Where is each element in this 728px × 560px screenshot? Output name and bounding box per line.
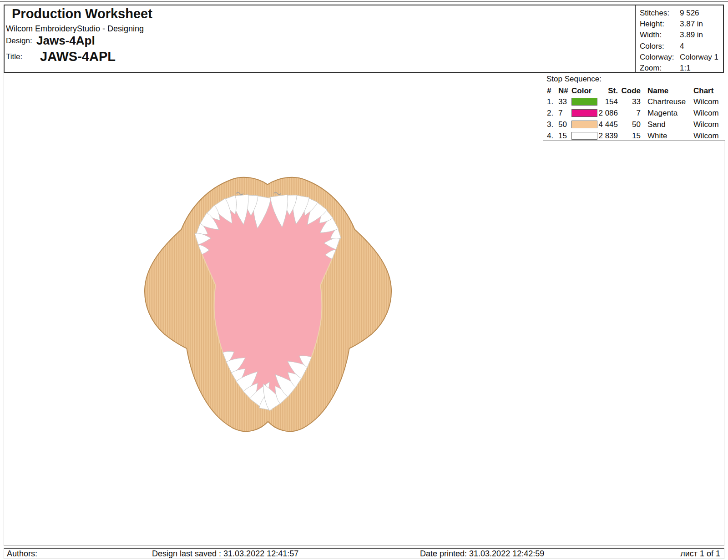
stop-sequence-title: Stop Sequence: (546, 75, 602, 84)
stat-row: Zoom:1:1 (640, 63, 723, 74)
title-label: Title: (6, 52, 22, 61)
stat-row: Width:3.89 in (640, 30, 723, 40)
stat-label: Colorway: (640, 53, 674, 61)
thread-number: 50 (558, 120, 567, 129)
stop-sequence-row: 3.504 44550SandWilcom (543, 119, 725, 131)
design-label: Design: (6, 36, 32, 45)
authors-label: Authors: (7, 549, 37, 559)
chart-name: Wilcom (693, 97, 719, 106)
stat-label: Colors: (640, 42, 664, 50)
row-number: 3. (547, 120, 553, 129)
stat-value: 9 526 (680, 8, 699, 19)
color-code: 7 (620, 109, 641, 118)
stat-value: 3.87 in (680, 19, 703, 30)
stat-value: 1:1 (680, 63, 691, 74)
panel-divider (543, 73, 543, 546)
col-header-chart: Chart (693, 86, 713, 96)
sheet-number: лист 1 of 1 (680, 549, 720, 559)
thread-number: 15 (558, 131, 567, 141)
stop-sequence-row: 4.152 83915WhiteWilcom (543, 131, 725, 142)
stitch-count: 2 086 (583, 109, 618, 118)
color-code: 33 (620, 97, 641, 106)
stat-label: Zoom: (640, 64, 662, 72)
design-last-saved: Design last saved : 31.03.2022 12:41:57 (152, 549, 298, 559)
stitch-count: 4 445 (583, 120, 618, 129)
stitch-count: 2 839 (583, 131, 618, 141)
date-printed: Date printed: 31.03.2022 12:42:59 (420, 549, 544, 559)
color-code: 50 (620, 120, 641, 129)
color-name: Magenta (647, 109, 677, 118)
thread-number: 7 (558, 109, 562, 118)
stat-row: Colorway:Colorway 1 (640, 52, 723, 63)
row-number: 2. (547, 109, 553, 118)
app-subtitle: Wilcom EmbroideryStudio - Designing (6, 24, 144, 34)
chart-name: Wilcom (693, 120, 719, 129)
stop-sequence-row: 1.3315433ChartreuseWilcom (543, 96, 725, 108)
stat-value: 4 (680, 41, 684, 52)
col-header-code: Code (620, 86, 641, 96)
col-header-num: # (547, 86, 551, 96)
header: Production Worksheet Wilcom EmbroiderySt… (4, 5, 724, 73)
chart-name: Wilcom (693, 131, 719, 141)
stat-value: Colorway 1 (680, 52, 718, 63)
col-header-name: Name (647, 86, 668, 96)
col-header-n: N# (558, 86, 568, 96)
stat-label: Width: (640, 30, 662, 39)
stitch-count: 154 (583, 97, 618, 106)
design-preview-area (137, 170, 399, 449)
stop-sequence-row: 2.72 0867MagentaWilcom (543, 108, 725, 119)
jaws-design-graphic (137, 170, 399, 449)
color-name: Sand (647, 120, 666, 129)
design-stats-panel: Stitches:9 526Height:3.87 inWidth:3.89 i… (635, 5, 723, 72)
stop-sequence-panel: Stop Sequence: # N# Color St. Code Name … (543, 73, 725, 141)
stat-row: Stitches:9 526 (640, 8, 723, 19)
production-worksheet-page: Production Worksheet Wilcom EmbroiderySt… (0, 0, 728, 560)
window-top-edge (0, 1, 728, 2)
stat-value: 3.89 in (680, 30, 703, 40)
color-name: White (647, 131, 667, 141)
stat-label: Stitches: (640, 9, 669, 17)
stat-row: Height:3.87 in (640, 19, 723, 30)
color-name: Chartreuse (647, 97, 686, 106)
thread-number: 33 (558, 97, 567, 106)
page-title: Production Worksheet (12, 6, 152, 21)
design-title: JAWS-4APL (40, 49, 116, 64)
col-header-st: St. (583, 86, 618, 96)
chart-name: Wilcom (693, 109, 719, 118)
row-number: 4. (547, 131, 553, 141)
stop-sequence-header: # N# Color St. Code Name Chart (543, 86, 725, 97)
stat-row: Colors:4 (640, 41, 723, 52)
stat-label: Height: (640, 20, 664, 28)
row-number: 1. (547, 97, 553, 106)
color-code: 15 (620, 131, 641, 141)
footer: Authors: Design last saved : 31.03.2022 … (4, 548, 724, 559)
design-name: Jaws-4Apl (36, 34, 95, 48)
